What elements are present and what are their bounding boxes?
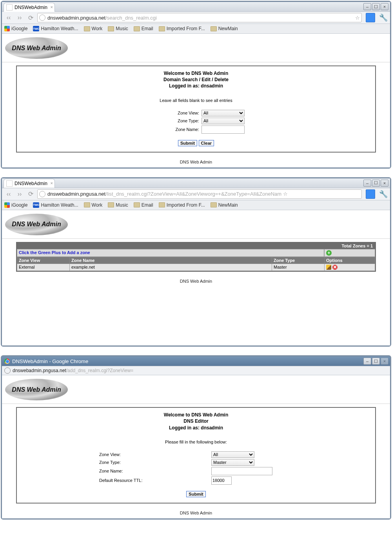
add-zone-hint: Click the Green Plus to Add a zone <box>17 249 324 257</box>
window-close-icon[interactable]: × <box>381 358 388 365</box>
bookmark-imported[interactable]: Imported From F... <box>159 26 205 31</box>
url-path: /search_dns_realm.cgi <box>105 15 157 21</box>
spacer <box>2 287 390 345</box>
app-logo: DNS Web Admin <box>5 214 68 235</box>
page-footer: DNS Web Admin <box>2 156 390 167</box>
browser-toolbar: ‹‹ ›› ⟳ dnswebadmin.pngusa.net/list_dns_… <box>2 188 390 200</box>
bookmark-music[interactable]: Music <box>108 202 128 208</box>
chrome-icon <box>4 358 10 364</box>
forward-icon[interactable]: ›› <box>15 13 24 22</box>
clear-button[interactable]: Clear <box>199 140 214 146</box>
app-logo: DNS Web Admin <box>5 37 68 59</box>
bookmark-igoogle[interactable]: iGoogle <box>4 26 27 31</box>
settings-wrench-icon[interactable]: 🔧 <box>379 190 388 198</box>
reload-icon[interactable]: ⟳ <box>26 190 35 198</box>
cell-options <box>325 264 375 271</box>
window-controls: – ☐ × <box>363 358 388 365</box>
zone-view-select[interactable]: All <box>211 451 254 458</box>
window-minimize-icon[interactable]: – <box>363 358 371 365</box>
bookmark-star-icon[interactable]: ☆ <box>283 191 288 197</box>
tab-favicon <box>6 180 13 187</box>
label-zone-view: Zone View: <box>21 452 211 457</box>
window-maximize-icon[interactable]: ☐ <box>372 3 380 10</box>
zone-type-select[interactable]: All <box>201 118 245 124</box>
globe-icon <box>39 191 45 197</box>
url-path: /add_dns_realm.cgi?ZoneView= <box>66 368 134 373</box>
url-bar[interactable]: dnswebadmin.pngusa.net/add_dns_realm.cgi… <box>2 366 390 375</box>
browser-window-editor: DNSWebAdmin - Google Chrome – ☐ × dnsweb… <box>1 355 391 520</box>
label-zone-type: Zone Type: <box>21 118 201 123</box>
page-content: DNS Web Admin Welcome to DNS Web Admin D… <box>2 34 390 167</box>
col-zone-name: Zone Name <box>70 257 272 264</box>
bookmark-newmain[interactable]: NewMain <box>211 202 238 208</box>
globe-icon <box>4 367 11 374</box>
window-close-icon[interactable]: × <box>381 3 388 10</box>
page-action-icon[interactable] <box>366 13 375 22</box>
folder-icon <box>211 202 217 207</box>
folder-icon <box>134 26 140 31</box>
delete-icon[interactable] <box>332 265 338 270</box>
total-zones-row: Total Zones = 1 <box>17 243 375 249</box>
folder-icon <box>108 202 114 207</box>
window-maximize-icon[interactable]: ☐ <box>372 180 380 187</box>
folder-icon <box>134 202 140 207</box>
window-titlebar: DNSWebAdmin × – ☐ × <box>2 2 390 12</box>
page-footer: DNS Web Admin <box>2 275 390 287</box>
zone-name-input[interactable] <box>201 125 245 134</box>
editor-panel: Welcome to DNS Web Admin DNS Editor Logg… <box>16 407 376 503</box>
forward-icon[interactable]: ›› <box>15 190 24 198</box>
page-content: DNS Web Admin Welcome to DNS Web Admin D… <box>2 375 390 518</box>
back-icon[interactable]: ‹‹ <box>4 13 13 22</box>
bookmark-star-icon[interactable]: ☆ <box>355 15 360 21</box>
tab-close-icon[interactable]: × <box>50 5 53 9</box>
zone-view-select[interactable]: All <box>201 110 245 116</box>
page-content: DNS Web Admin Total Zones = 1 Click the … <box>2 210 390 346</box>
window-minimize-icon[interactable]: – <box>363 3 371 10</box>
folder-icon <box>159 202 165 207</box>
window-controls: – ☐ × <box>363 3 388 10</box>
submit-button[interactable]: Submit <box>186 491 205 497</box>
window-minimize-icon[interactable]: – <box>363 180 371 187</box>
default-ttl-input[interactable] <box>211 476 232 485</box>
bookmark-igoogle[interactable]: iGoogle <box>4 202 27 208</box>
browser-tab[interactable]: DNSWebAdmin × <box>4 179 55 188</box>
back-icon[interactable]: ‹‹ <box>4 190 13 198</box>
zone-name-input[interactable] <box>211 467 272 475</box>
browser-toolbar: ‹‹ ›› ⟳ dnswebadmin.pngusa.net/search_dn… <box>2 12 390 24</box>
bookmark-newmain[interactable]: NewMain <box>211 26 238 31</box>
window-titlebar: DNSWebAdmin - Google Chrome – ☐ × <box>2 356 390 366</box>
url-input[interactable]: dnswebadmin.pngusa.net/list_dns_realm.cg… <box>37 189 362 199</box>
tab-favicon <box>6 4 13 11</box>
bookmarks-bar: iGoogle TWCHamilton Weath... Work Music … <box>2 24 390 34</box>
zone-type-select[interactable]: Master <box>211 459 254 466</box>
reload-icon[interactable]: ⟳ <box>26 13 35 22</box>
url-host: dnswebadmin.pngusa.net <box>13 368 66 373</box>
browser-tab[interactable]: DNSWebAdmin × <box>4 3 55 12</box>
bookmark-music[interactable]: Music <box>108 26 128 31</box>
panel-heading: Welcome to DNS Web Admin DNS Editor Logg… <box>21 412 371 431</box>
bookmark-imported[interactable]: Imported From F... <box>159 202 205 208</box>
add-zone-plus-icon[interactable]: + <box>326 250 332 256</box>
separator <box>2 404 390 404</box>
label-zone-view: Zone View: <box>21 111 201 115</box>
col-zone-view: Zone View <box>17 257 70 264</box>
tab-title: DNSWebAdmin <box>15 181 47 186</box>
settings-wrench-icon[interactable]: 🔧 <box>379 13 388 22</box>
window-controls: – ☐ × <box>363 180 388 187</box>
bookmark-hamilton[interactable]: TWCHamilton Weath... <box>33 26 78 31</box>
bookmark-email[interactable]: Email <box>134 202 153 208</box>
url-input[interactable]: dnswebadmin.pngusa.net/search_dns_realm.… <box>37 13 362 22</box>
add-zone-cell: + <box>324 249 375 257</box>
submit-button[interactable]: Submit <box>178 140 197 146</box>
bookmark-work[interactable]: Work <box>84 202 103 208</box>
window-close-icon[interactable]: × <box>381 180 388 187</box>
bookmark-hamilton[interactable]: TWCHamilton Weath... <box>33 202 78 208</box>
bookmark-work[interactable]: Work <box>84 26 103 31</box>
window-titlebar: DNSWebAdmin × – ☐ × <box>2 178 390 188</box>
bookmark-email[interactable]: Email <box>134 26 153 31</box>
edit-pencil-icon[interactable] <box>326 265 331 270</box>
window-maximize-icon[interactable]: ☐ <box>372 358 380 365</box>
folder-icon <box>108 26 114 31</box>
tab-close-icon[interactable]: × <box>50 181 53 185</box>
page-action-icon[interactable] <box>366 189 375 199</box>
